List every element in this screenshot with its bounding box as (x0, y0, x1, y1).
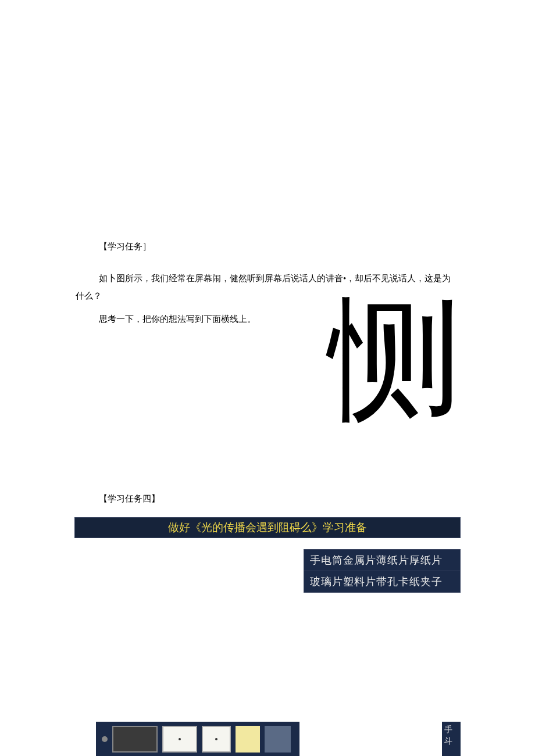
bottom-right-label: 手斗 (442, 722, 461, 756)
materials-row-2: 玻璃片塑料片带孔卡纸夹子 (304, 571, 460, 592)
square-frame-a (112, 726, 158, 753)
lesson-banner: 做好《光的传播会遇到阻碍么》学习准备 (74, 517, 461, 538)
tiny-dot (179, 738, 181, 740)
large-character: 恻 (329, 293, 462, 427)
section-heading-2: 【学习任务四】 (76, 493, 459, 504)
section-heading: 【学习任务］ (76, 241, 459, 252)
square-frame-b (162, 726, 197, 753)
square-frame-c (202, 726, 231, 753)
banner-text: 做好《光的传播会遇到阻碍么》学习准备 (168, 520, 367, 535)
para1-a: 如卜图所示，我们经常在屏幕闹，健然听到屏幕后说话人的讲音 (99, 274, 343, 283)
bottom-image-strip (96, 722, 299, 756)
square-frame-d (236, 726, 260, 753)
square-frame-e (265, 726, 291, 753)
materials-row-1: 手电筒金属片薄纸片厚纸片 (304, 550, 460, 571)
tiny-dot (215, 738, 217, 740)
circle-icon (102, 736, 108, 742)
materials-box: 手电筒金属片薄纸片厚纸片 玻璃片塑料片带孔卡纸夹子 (304, 549, 461, 593)
